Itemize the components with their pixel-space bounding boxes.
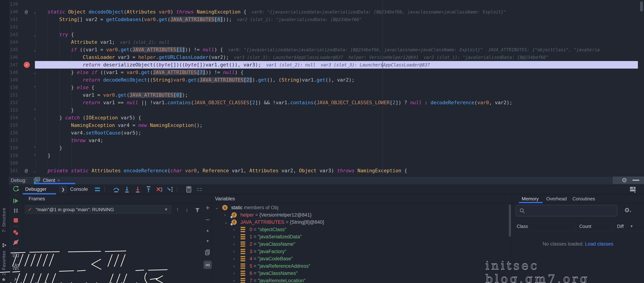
favorites-star-icon[interactable]: ★ bbox=[2, 276, 6, 282]
resume-button[interactable] bbox=[12, 197, 20, 205]
variable-row[interactable]: ⌄sstatic members of Obj bbox=[212, 204, 509, 211]
code-line-162[interactable]: 162 if (var1 == null) { bbox=[0, 174, 644, 176]
code-editor[interactable]: 139140@⌄ static Object decodeObject(Attr… bbox=[0, 0, 644, 176]
evaluate-expression-button[interactable] bbox=[185, 185, 193, 193]
chevron-right-icon[interactable]: › bbox=[224, 211, 226, 219]
next-frame-arrow-icon[interactable]: ↓ bbox=[186, 205, 188, 214]
pin-button[interactable] bbox=[12, 275, 20, 283]
code-line-144[interactable]: 144 Attribute var1; var1 (slot_2): null bbox=[0, 38, 644, 46]
variable-row[interactable]: ›5 = "javaReferenceAddress" bbox=[212, 262, 509, 270]
variable-row[interactable]: ⌄fJAVA_ATTRIBUTES = {String[8]@840} bbox=[212, 218, 509, 226]
tab-overhead[interactable]: Overhead bbox=[546, 194, 567, 203]
code-line-154[interactable]: 154⌄ } catch (IOException var5) { bbox=[0, 114, 644, 122]
variables-scrollbar-thumb[interactable] bbox=[509, 204, 511, 237]
chevron-right-icon[interactable]: › bbox=[233, 277, 235, 283]
memory-settings-gear-icon[interactable]: ⚙▾ bbox=[624, 207, 631, 213]
code-line-161[interactable]: 161@⌄ private static Attributes encodeRe… bbox=[0, 167, 644, 174]
chevron-right-icon[interactable]: › bbox=[233, 270, 235, 277]
code-line-140[interactable]: 140@⌄ static Object decodeObject(Attribu… bbox=[0, 8, 644, 16]
load-classes-link[interactable]: Load classes bbox=[585, 241, 614, 247]
variable-row[interactable]: ›7 = "javaRemoteLocation" bbox=[212, 277, 509, 283]
code-line-150[interactable]: 150⌃ } else { bbox=[0, 84, 644, 91]
breakpoint-icon[interactable]: ✓ bbox=[24, 62, 30, 68]
code-line-148[interactable]: 148⌄ } else if ((var1 = var0.get(JAVA_AT… bbox=[0, 69, 644, 76]
code-line-155[interactable]: 155 NamingException var4 = new NamingExc… bbox=[0, 122, 644, 129]
tab-coroutines[interactable]: Coroutines bbox=[572, 194, 595, 203]
tab-memory[interactable]: Memory bbox=[522, 194, 539, 203]
run-to-cursor-button[interactable] bbox=[166, 185, 174, 193]
pause-button[interactable] bbox=[12, 207, 20, 215]
code-line-158[interactable]: 158⌃ } bbox=[0, 144, 644, 152]
chevron-right-icon[interactable]: › bbox=[233, 226, 235, 233]
filter-funnel-icon[interactable] bbox=[194, 206, 201, 214]
column-divider[interactable] bbox=[612, 223, 612, 231]
code-line-147[interactable]: 147✓ return deserializeObject((byte[])((… bbox=[0, 61, 644, 69]
restore-layout-button[interactable] bbox=[629, 185, 637, 193]
infinity-toggle[interactable]: ∞ bbox=[204, 261, 212, 269]
step-out-button[interactable] bbox=[144, 185, 152, 193]
memory-search-input[interactable] bbox=[516, 205, 618, 216]
force-step-into-button[interactable] bbox=[134, 185, 142, 193]
editor-scrollbar-thumb[interactable] bbox=[640, 2, 643, 12]
console-icon[interactable]: ❯ bbox=[59, 186, 67, 193]
variable-row[interactable]: ›2 = "javaClassName" bbox=[212, 240, 509, 248]
code-line-151[interactable]: 151 var1 = var0.get(JAVA_ATTRIBUTES[0]); bbox=[0, 91, 644, 99]
variable-row[interactable]: ›0 = "objectClass" bbox=[212, 226, 509, 233]
chevron-right-icon[interactable]: › bbox=[233, 262, 235, 270]
variable-row[interactable]: ›3 = "javaFactory" bbox=[212, 248, 509, 255]
minimize-icon[interactable] bbox=[632, 180, 639, 181]
column-divider[interactable] bbox=[575, 223, 575, 231]
settings-gear-button[interactable] bbox=[12, 263, 20, 271]
structure-icon[interactable] bbox=[2, 243, 7, 248]
tab-debugger[interactable]: Debugger bbox=[25, 184, 46, 194]
code-line-146[interactable]: 146 ClassLoader var3 = helper.getURLClas… bbox=[0, 54, 644, 61]
chevron-right-icon[interactable]: › bbox=[233, 233, 235, 240]
mute-breakpoints-button[interactable] bbox=[12, 238, 20, 246]
code-line-156[interactable]: 156 var4.setRootCause(var5); bbox=[0, 129, 644, 137]
variable-row[interactable]: ›4 = "javaCodeBase" bbox=[212, 255, 509, 262]
tab-console[interactable]: Console bbox=[70, 184, 88, 194]
trace-settings-button[interactable] bbox=[196, 185, 204, 193]
settings-gear-icon[interactable]: ⚙ bbox=[622, 177, 627, 183]
code-line-157[interactable]: 157 throw var4; bbox=[0, 137, 644, 144]
chevron-down-icon[interactable]: ⌄ bbox=[215, 204, 218, 211]
add-watch-icon[interactable]: + bbox=[204, 204, 211, 212]
column-header-diff[interactable]: Diff bbox=[617, 222, 624, 231]
previous-frame-arrow-icon[interactable]: ↑ bbox=[176, 205, 179, 214]
tab-close-icon[interactable]: × bbox=[57, 178, 60, 183]
remove-watch-icon[interactable]: − bbox=[204, 216, 211, 224]
variable-row[interactable]: ›fhelper = {VersionHelper12@841} bbox=[212, 211, 509, 219]
toolwindow-button-favorites[interactable]: 2: Favorites bbox=[2, 250, 6, 275]
code-line-139[interactable]: 139 bbox=[0, 1, 644, 8]
rerun-button[interactable] bbox=[12, 185, 20, 193]
column-header-count[interactable]: Count bbox=[579, 222, 591, 231]
thread-dropdown[interactable]: ✓ "main"@1 in group "main": RUNNING ▼ bbox=[25, 205, 171, 214]
code-line-143[interactable]: 143⌄ try { bbox=[0, 31, 644, 38]
chevron-right-icon[interactable]: › bbox=[233, 240, 235, 248]
code-line-145[interactable]: 145⌄ if ((var1 = var0.get(JAVA_ATTRIBUTE… bbox=[0, 46, 644, 54]
code-line-149[interactable]: 149 return decodeRmiObject((String)var0.… bbox=[0, 76, 644, 84]
toolwindow-button-structure[interactable]: 7: Structure bbox=[2, 208, 6, 232]
sort-arrow-icon[interactable]: ▼ bbox=[630, 222, 633, 231]
drop-frame-button[interactable] bbox=[155, 185, 163, 193]
thread-dump-camera-button[interactable] bbox=[12, 250, 20, 258]
code-line-153[interactable]: 153⌃ } bbox=[0, 106, 644, 114]
chevron-right-icon[interactable]: › bbox=[233, 255, 235, 262]
step-over-button[interactable] bbox=[112, 185, 120, 193]
variable-row[interactable]: ›6 = "javaClassNames" bbox=[212, 270, 509, 277]
code-line-159[interactable]: 159⌃ } bbox=[0, 152, 644, 159]
stop-button[interactable] bbox=[12, 216, 20, 224]
code-line-152[interactable]: 152 return var1 == null || !var1.contain… bbox=[0, 99, 644, 106]
copy-stack-icon[interactable] bbox=[204, 249, 211, 257]
step-into-button[interactable] bbox=[123, 185, 131, 193]
scroll-up-icon[interactable]: ▲ bbox=[204, 228, 211, 232]
view-breakpoints-button[interactable] bbox=[12, 229, 20, 236]
chevron-right-icon[interactable]: › bbox=[233, 248, 235, 255]
show-execution-point-button[interactable] bbox=[94, 185, 102, 193]
code-line-160[interactable]: 160 bbox=[0, 159, 644, 167]
variable-row[interactable]: ›1 = "javaSerializedData" bbox=[212, 233, 509, 240]
code-line-141[interactable]: 141 String[] var2 = getCodebases(var0.ge… bbox=[0, 16, 644, 23]
column-header-class[interactable]: Class bbox=[517, 222, 528, 231]
code-line-142[interactable]: 142 bbox=[0, 23, 644, 31]
scroll-down-icon[interactable]: ▼ bbox=[204, 239, 211, 243]
